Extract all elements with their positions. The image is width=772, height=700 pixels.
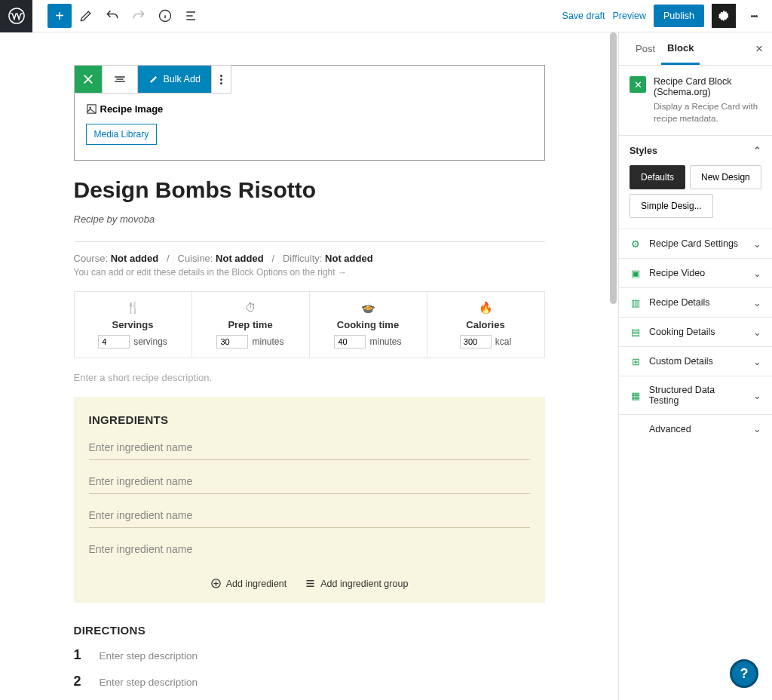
calories-cell: 🔥 Calories kcal [427,292,544,358]
ingredient-input[interactable] [89,434,530,460]
panel-cooking-details[interactable]: ▤Cooking Details⌄ [619,317,772,346]
editor-canvas: Bulk Add Recipe Image Media Library Desi… [0,32,618,700]
clipboard-icon: ▤ [630,326,642,338]
recipe-image-label: Recipe Image [86,103,533,115]
recipe-block-icon: ✕ [630,76,646,93]
block-type-button[interactable] [75,66,103,93]
chevron-down-icon: ⌄ [753,238,761,250]
recipe-meta-row: Course: Not added / Cuisine: Not added /… [74,241,545,278]
chevron-down-icon: ⌄ [753,268,761,279]
chevron-down-icon: ⌄ [753,390,761,401]
panel-recipe-settings[interactable]: ⚙Recipe Card Settings⌄ [619,229,772,258]
servings-input[interactable] [98,335,130,348]
clock-icon: ⏱ [198,301,303,316]
close-sidebar-button[interactable]: × [755,41,763,57]
redo-icon[interactable] [127,4,151,28]
chevron-down-icon: ⌄ [753,327,761,338]
direction-row[interactable]: 1Enter step description [74,647,545,663]
style-defaults-button[interactable]: Defaults [630,165,685,189]
cook-input[interactable] [334,335,366,348]
more-menu-button[interactable] [743,5,764,26]
settings-button[interactable] [712,4,736,28]
align-button[interactable] [103,66,138,93]
image-icon [86,103,97,115]
flame-icon: 🔥 [433,301,538,316]
panel-structured-data[interactable]: ▦Structured Data Testing⌄ [619,376,772,414]
recipe-author: Recipe by movoba [74,213,545,225]
servings-cell: 🍴 Servings servings [75,292,192,358]
gear-icon [717,9,731,23]
ingredient-input[interactable] [89,536,530,561]
gear-icon: ⚙ [630,238,642,250]
block-description: ✕ Recipe Card Block (Schema.org) Display… [619,66,772,135]
style-simple-button[interactable]: Simple Desig... [630,194,713,218]
wordpress-icon [8,8,25,24]
help-button[interactable]: ? [730,659,758,688]
panel-advanced[interactable]: Advanced⌄ [619,414,772,443]
add-ingredient-group-button[interactable]: Add ingredient group [305,578,408,589]
calories-input[interactable] [460,335,492,348]
direction-row[interactable]: 2Enter step description [74,674,545,689]
short-description-input[interactable]: Enter a short recipe description. [74,372,545,383]
svg-point-4 [89,106,91,109]
edit-icon[interactable] [74,4,98,28]
save-draft-button[interactable]: Save draft [562,11,605,21]
list-icon [305,578,316,589]
block-toolbar: Bulk Add [74,65,231,94]
media-library-button[interactable]: Media Library [86,124,158,145]
tab-block[interactable]: Block [661,33,700,65]
recipe-title[interactable]: Design Bombs Risotto [74,177,545,203]
add-block-button[interactable]: + [47,4,72,28]
bulk-add-button[interactable]: Bulk Add [138,66,212,93]
wordpress-logo[interactable] [0,0,32,32]
undo-icon[interactable] [100,4,124,28]
panel-custom-details[interactable]: ⊞Custom Details⌄ [619,346,772,376]
top-toolbar: + Save draft Preview Publish [0,0,772,32]
settings-sidebar: Post Block × ✕ Recipe Card Block (Schema… [618,32,772,700]
chevron-up-icon: ⌃ [753,145,761,156]
scrollbar[interactable] [608,32,618,700]
panel-recipe-video[interactable]: ▣Recipe Video⌄ [619,258,772,287]
tab-post[interactable]: Post [630,34,661,63]
servings-icon: 🍴 [81,301,185,316]
publish-button[interactable]: Publish [654,5,704,27]
meta-hint: You can add or edit these details in the… [74,267,545,278]
style-new-design-button[interactable]: New Design [690,165,761,189]
outline-icon[interactable] [179,4,204,28]
prep-cell: ⏱ Prep time minutes [192,292,310,358]
plus-box-icon: ⊞ [630,355,642,367]
prep-input[interactable] [216,335,248,348]
plus-circle-icon [210,578,222,589]
pencil-icon [149,74,159,84]
align-icon [113,72,127,86]
panel-recipe-details[interactable]: ▥Recipe Details⌄ [619,287,772,317]
chevron-down-icon: ⌄ [753,423,761,434]
pot-icon: 🍲 [316,301,421,316]
data-icon: ▦ [630,389,642,401]
block-more-button[interactable] [212,66,231,93]
preview-button[interactable]: Preview [613,11,646,21]
svg-point-0 [8,8,23,23]
chevron-down-icon: ⌄ [753,356,761,367]
directions-heading: DIRECTIONS [74,624,545,637]
ingredient-input[interactable] [89,468,530,494]
info-icon[interactable] [153,4,177,28]
recipe-details-grid: 🍴 Servings servings ⏱ Prep time minutes … [74,291,545,358]
add-ingredient-button[interactable]: Add ingredient [210,578,287,589]
cook-cell: 🍲 Cooking time minutes [310,292,427,358]
ingredients-heading: INGREDIENTS [89,413,530,426]
styles-panel-header[interactable]: Styles⌃ [619,136,772,165]
ingredients-section: INGREDIENTS Add ingredient Add ingredien… [74,397,545,603]
ingredient-input[interactable] [89,502,530,528]
directions-section: DIRECTIONS 1Enter step description 2Ente… [74,624,545,700]
video-icon: ▣ [630,267,642,279]
doc-icon: ▥ [630,296,642,309]
recipe-icon [82,73,94,85]
chevron-down-icon: ⌄ [753,297,761,309]
